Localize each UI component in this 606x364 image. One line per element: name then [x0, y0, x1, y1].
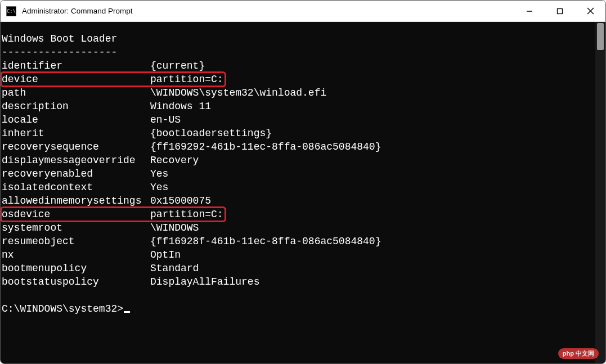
entry-key-bootstatuspolicy: bootstatuspolicy	[2, 275, 150, 289]
entry-key-locale: locale	[2, 113, 150, 127]
terminal-row	[2, 289, 594, 302]
entry-value-bootstatuspolicy: DisplayAllFailures	[150, 276, 259, 287]
terminal-row: resumeobject{ff16928f-461b-11ec-8ffa-086…	[2, 235, 594, 248]
terminal-row: -------------------	[2, 46, 594, 59]
entry-value-systemroot: \WINDOWS	[150, 222, 199, 233]
command-prompt-window: C:\ Administrator: Command Prompt Window…	[0, 0, 606, 364]
terminal-area: Windows Boot Loader-------------------id…	[1, 22, 605, 363]
terminal-row: localeen-US	[2, 113, 594, 127]
entry-value-allowedinmemorysettings: 0x15000075	[150, 195, 211, 206]
terminal-row: Windows Boot Loader	[2, 32, 594, 46]
prompt-text: C:\WINDOWS\system32>	[2, 303, 123, 314]
terminal-row: inherit{bootloadersettings}	[2, 127, 594, 140]
terminal-row: systemroot\WINDOWS	[2, 221, 594, 235]
terminal-row: osdevicepartition=C:	[2, 208, 594, 221]
terminal-row: identifier{current}	[2, 59, 594, 73]
entry-key-nx: nx	[2, 248, 150, 262]
section-header: Windows Boot Loader	[2, 33, 117, 44]
terminal-row: bootstatuspolicyDisplayAllFailures	[2, 275, 594, 289]
entry-key-device: device	[2, 73, 150, 86]
scrollbar[interactable]	[595, 22, 605, 363]
terminal-row: recoveryenabledYes	[2, 167, 594, 181]
watermark-badge: php 中文网	[558, 348, 599, 359]
close-icon	[587, 7, 594, 15]
entry-key-recoverysequence: recoverysequence	[2, 140, 150, 154]
entry-value-recoveryenabled: Yes	[150, 168, 168, 179]
entry-key-isolatedcontext: isolatedcontext	[2, 181, 150, 194]
maximize-button[interactable]	[545, 1, 575, 21]
entry-value-inherit: {bootloadersettings}	[150, 128, 272, 139]
cursor	[124, 311, 130, 313]
entry-value-description: Windows 11	[150, 101, 211, 112]
entry-key-osdevice: osdevice	[2, 208, 150, 221]
entry-value-displaymessageoverride: Recovery	[150, 155, 199, 166]
terminal-row: isolatedcontextYes	[2, 181, 594, 194]
entry-value-nx: OptIn	[150, 249, 181, 260]
titlebar[interactable]: C:\ Administrator: Command Prompt	[1, 1, 605, 22]
entry-value-device: partition=C:	[150, 74, 223, 85]
entry-value-bootmenupolicy: Standard	[150, 263, 199, 274]
prompt-line[interactable]: C:\WINDOWS\system32>	[2, 302, 594, 316]
entry-key-resumeobject: resumeobject	[2, 235, 150, 248]
terminal-output[interactable]: Windows Boot Loader-------------------id…	[1, 22, 595, 363]
terminal-row: devicepartition=C:	[2, 73, 594, 86]
entry-key-allowedinmemorysettings: allowedinmemorysettings	[2, 194, 150, 208]
entry-value-osdevice: partition=C:	[150, 209, 223, 220]
entry-value-isolatedcontext: Yes	[150, 182, 168, 193]
window-title: Administrator: Command Prompt	[22, 7, 514, 15]
entry-key-bootmenupolicy: bootmenupolicy	[2, 262, 150, 275]
terminal-row: path\WINDOWS\system32\winload.efi	[2, 86, 594, 100]
entry-key-systemroot: systemroot	[2, 221, 150, 235]
entry-key-identifier: identifier	[2, 59, 150, 73]
entry-key-displaymessageoverride: displaymessageoverride	[2, 154, 150, 167]
svg-rect-1	[558, 8, 563, 14]
entry-key-path: path	[2, 86, 150, 100]
close-button[interactable]	[575, 1, 605, 21]
entry-key-recoveryenabled: recoveryenabled	[2, 167, 150, 181]
terminal-row: descriptionWindows 11	[2, 100, 594, 113]
entry-key-inherit: inherit	[2, 127, 150, 140]
window-controls	[514, 1, 605, 21]
minimize-icon	[526, 8, 533, 15]
cmd-icon: C:\	[6, 6, 16, 16]
entry-key-description: description	[2, 100, 150, 113]
terminal-row: nxOptIn	[2, 248, 594, 262]
terminal-row: displaymessageoverrideRecovery	[2, 154, 594, 167]
terminal-row: recoverysequence{ff169292-461b-11ec-8ffa…	[2, 140, 594, 154]
entry-value-identifier: {current}	[150, 60, 205, 71]
entry-value-resumeobject: {ff16928f-461b-11ec-8ffa-086ac5084840}	[150, 236, 381, 247]
maximize-icon	[556, 8, 563, 15]
section-divider: -------------------	[2, 47, 117, 58]
entry-value-locale: en-US	[150, 114, 181, 125]
entry-value-recoverysequence: {ff169292-461b-11ec-8ffa-086ac5084840}	[150, 141, 381, 152]
scrollbar-thumb[interactable]	[597, 23, 604, 50]
terminal-row: allowedinmemorysettings0x15000075	[2, 194, 594, 208]
terminal-row: bootmenupolicyStandard	[2, 262, 594, 275]
minimize-button[interactable]	[514, 1, 545, 21]
entry-value-path: \WINDOWS\system32\winload.efi	[150, 87, 326, 98]
